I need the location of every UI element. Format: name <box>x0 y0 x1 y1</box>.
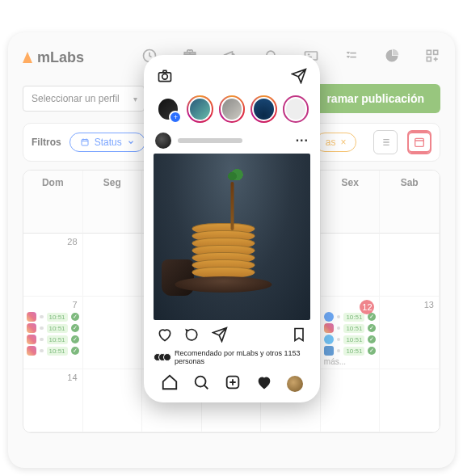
story-item[interactable] <box>283 95 309 123</box>
calendar-cell[interactable]: 7 10:51✓ 10:51✓ 10:51✓ 10:51✓ <box>23 297 83 369</box>
send-icon[interactable] <box>291 68 307 87</box>
story-item[interactable] <box>219 95 245 123</box>
post-time: 10:51 <box>343 313 364 322</box>
post-bar <box>40 338 44 341</box>
like-icon[interactable] <box>157 326 173 346</box>
filter-chip-tags[interactable]: as × <box>315 133 357 152</box>
post-more-icon[interactable]: ··· <box>296 133 309 148</box>
activity-heart-icon[interactable] <box>255 373 273 394</box>
calendar-cell-today[interactable]: 12 10:51✓ 10:51✓ 10:51✓ 10:51✓ más... <box>321 297 381 369</box>
day-header: Sex <box>321 171 381 234</box>
day-number: 7 <box>72 300 77 310</box>
calendar-view-icon <box>413 136 426 149</box>
day-number: 14 <box>67 373 77 382</box>
day-number: 28 <box>67 237 77 246</box>
calendar-cell[interactable] <box>321 234 381 297</box>
share-icon[interactable] <box>212 326 228 346</box>
status-chip-label: Status <box>95 137 122 148</box>
liked-by-avatars <box>157 353 171 361</box>
twitter-icon <box>324 335 334 344</box>
post-bar <box>337 338 341 341</box>
profile-select-label: Seleccionar un perfil <box>32 93 120 104</box>
post-author-name[interactable] <box>178 138 242 143</box>
calendar-view-button[interactable] <box>407 130 431 154</box>
brand-name: mLabs <box>37 49 84 66</box>
instagram-icon <box>324 323 334 333</box>
post-time: 10:51 <box>47 347 68 356</box>
day-header: Dom <box>23 171 83 234</box>
scheduled-post-item[interactable]: 10:51✓ <box>27 312 79 322</box>
svg-rect-5 <box>427 57 431 61</box>
day-header: Seg <box>83 171 143 234</box>
list-view-button[interactable] <box>373 130 398 154</box>
post-time: 10:51 <box>47 313 68 322</box>
instagram-icon <box>27 312 36 322</box>
more-posts-link[interactable]: más... <box>324 357 377 366</box>
schedule-post-button[interactable]: ramar publicación <box>310 84 440 113</box>
scheduled-post-item[interactable]: 10:51✓ <box>27 323 79 333</box>
instagram-bottom-nav <box>154 365 310 394</box>
list-icon <box>379 136 392 149</box>
post-author-avatar[interactable] <box>155 133 171 149</box>
calendar-cell[interactable] <box>380 369 440 432</box>
post-bar <box>337 315 341 318</box>
post-bar <box>337 349 341 352</box>
schedule-post-label: ramar publicación <box>326 92 424 105</box>
post-bar <box>40 315 44 318</box>
calendar-cell[interactable]: 28 <box>23 234 83 297</box>
calendar-cell[interactable] <box>321 369 381 432</box>
svg-rect-7 <box>415 138 424 146</box>
check-icon: ✓ <box>368 347 376 355</box>
filter-chip-status[interactable]: Status <box>69 133 145 152</box>
story-item[interactable] <box>250 95 276 123</box>
instagram-icon <box>27 335 36 344</box>
bookmark-icon[interactable] <box>291 326 307 346</box>
check-icon: ✓ <box>71 335 79 343</box>
post-action-bar <box>154 326 310 346</box>
facebook-icon <box>324 312 334 322</box>
post-bar <box>337 326 341 330</box>
linkedin-icon <box>324 346 334 356</box>
profile-avatar[interactable] <box>287 376 303 392</box>
home-icon[interactable] <box>161 373 179 394</box>
scheduled-post-item[interactable]: 10:51✓ <box>27 335 79 344</box>
profile-select[interactable]: Seleccionar un perfil <box>23 86 145 112</box>
check-icon: ✓ <box>368 324 376 332</box>
logo-mark-icon <box>23 52 32 63</box>
calendar-cell[interactable]: 13 <box>380 297 440 369</box>
post-image[interactable] <box>154 154 310 320</box>
post-time: 10:51 <box>343 347 364 356</box>
calendar-cell[interactable] <box>83 369 143 432</box>
post-time: 10:51 <box>343 335 364 344</box>
pie-chart-icon[interactable] <box>384 48 400 67</box>
calendar-cell[interactable] <box>83 234 143 297</box>
checklist-icon[interactable] <box>343 48 360 67</box>
add-post-icon[interactable] <box>224 373 242 394</box>
scheduled-post-item[interactable]: 10:51✓ <box>27 346 79 356</box>
post-time: 10:51 <box>343 324 364 333</box>
comment-icon[interactable] <box>184 326 200 346</box>
svg-rect-3 <box>427 50 431 54</box>
stories-row <box>154 95 310 123</box>
instagram-top-bar <box>154 68 310 87</box>
instagram-icon <box>27 346 36 356</box>
search-icon[interactable] <box>192 373 210 394</box>
check-icon: ✓ <box>71 324 79 332</box>
apps-grid-icon[interactable] <box>424 48 440 67</box>
calendar-cell[interactable]: 14 <box>23 369 83 432</box>
calendar-cell[interactable] <box>83 297 143 369</box>
camera-icon[interactable] <box>157 68 173 87</box>
instagram-phone-preview: ··· Recomendado por mLabs y otros 1153 p… <box>144 55 320 402</box>
svg-point-9 <box>162 74 168 80</box>
scheduled-post-item[interactable]: 10:51✓ <box>324 346 377 356</box>
story-item[interactable] <box>187 95 213 123</box>
scheduled-post-item[interactable]: 10:51✓ <box>324 323 377 333</box>
day-number: 13 <box>424 300 434 310</box>
scheduled-post-item[interactable]: 10:51✓ <box>324 335 377 344</box>
calendar-cell[interactable] <box>380 234 440 297</box>
likes-text: Recomendado por mLabs y otros 1153 perso… <box>175 349 307 365</box>
calendar-icon <box>80 137 90 147</box>
your-story[interactable] <box>155 95 181 123</box>
remove-chip-icon[interactable]: × <box>340 137 346 148</box>
instagram-icon <box>27 323 36 333</box>
